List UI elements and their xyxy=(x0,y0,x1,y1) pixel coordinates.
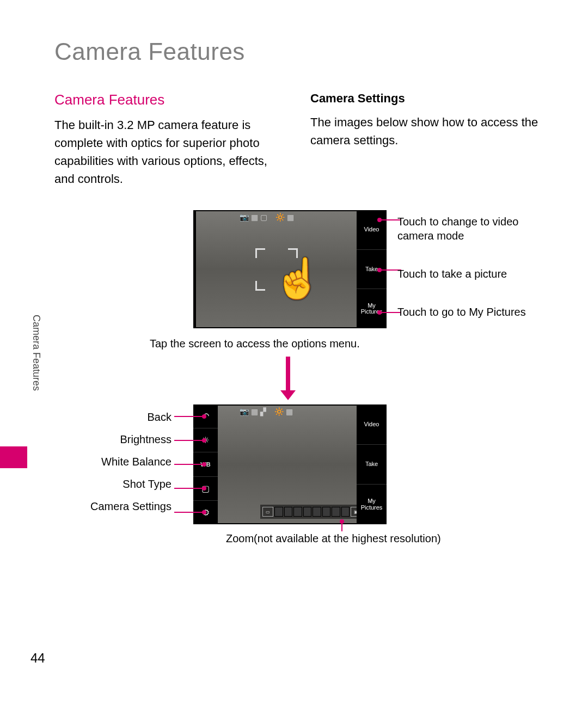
label-back: Back xyxy=(76,411,171,424)
take-picture-button[interactable]: Take xyxy=(357,249,387,289)
label-white-balance: White Balance xyxy=(76,456,171,468)
section-tab-label: Camera Features xyxy=(30,315,42,391)
zoom-out-icon[interactable]: ▭ xyxy=(262,507,273,517)
leader-dot xyxy=(202,438,206,443)
arrow-down-icon xyxy=(286,357,296,400)
leader-line xyxy=(174,440,204,441)
leader-line xyxy=(174,512,204,513)
leader-line xyxy=(174,416,204,417)
camera-status-icons: 📷 ▦ ▞ 🔆 ▦ xyxy=(240,407,293,416)
callouts-right: Touch to change to video camera mode Tou… xyxy=(397,214,539,319)
section-tab-marker xyxy=(0,446,27,468)
section-heading-settings: Camera Settings xyxy=(310,91,544,106)
viewfinder: ☝ xyxy=(196,211,357,327)
label-camera-settings: Camera Settings xyxy=(76,500,171,513)
video-mode-button[interactable]: Video xyxy=(357,404,387,444)
callout-mypics: Touch to go to My Pictures xyxy=(397,305,539,319)
take-picture-button[interactable]: Take xyxy=(357,444,387,485)
video-mode-button[interactable]: Video xyxy=(357,210,387,249)
leader-dot xyxy=(202,414,206,419)
tap-gesture-icon: ☝ xyxy=(273,255,322,302)
my-pictures-button[interactable]: My Pictures xyxy=(357,289,387,328)
camera-right-bar: Video Take My Pictures xyxy=(357,404,387,524)
leader-line xyxy=(174,488,204,489)
section-heading-features: Camera Features xyxy=(54,91,289,108)
my-pictures-button[interactable]: My Pictures xyxy=(357,484,387,524)
viewfinder: ▭ ▣ xyxy=(218,406,357,523)
leader-dot xyxy=(202,486,206,491)
leader-line xyxy=(174,464,204,465)
figure1-caption: Tap the screen to access the options men… xyxy=(150,338,360,350)
leader-dot xyxy=(202,510,206,514)
body-settings: The images below show how to access the … xyxy=(310,113,544,149)
page-title: Camera Features xyxy=(54,38,544,65)
camera-screenshot-1: ☝ 📷 ▦ ▢ 🔆 ▦ Video Take My Pictures xyxy=(193,210,387,328)
camera-screenshot-2: ▭ ▣ 📷 ▦ ▞ 🔆 ▦ ↶ ✳ WB ▢ ⚙ Video Take My P… xyxy=(193,404,387,524)
zoom-slider[interactable]: ▭ ▣ xyxy=(260,505,364,519)
callout-take: Touch to take a picture xyxy=(397,267,539,281)
camera-status-icons: 📷 ▦ ▢ 🔆 ▦ xyxy=(240,213,294,222)
callout-video: Touch to change to video camera mode xyxy=(397,214,539,243)
label-shot-type: Shot Type xyxy=(76,478,171,491)
page-number: 44 xyxy=(30,651,45,666)
body-features: The built-in 3.2 MP camera feature is co… xyxy=(54,116,289,188)
callouts-left: Back Brightness White Balance Shot Type … xyxy=(76,411,171,513)
label-brightness: Brightness xyxy=(76,433,171,446)
leader-dot xyxy=(202,462,206,467)
zoom-caption: Zoom(not available at the highest resolu… xyxy=(226,532,441,545)
leader-dot xyxy=(340,519,344,524)
